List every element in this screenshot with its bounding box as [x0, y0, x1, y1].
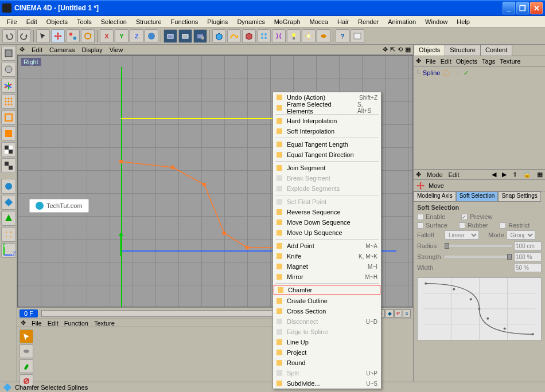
x-axis-button[interactable]: X — [100, 29, 114, 43]
ctx-move-up-sequence[interactable]: Move Up Sequence — [273, 228, 381, 238]
ctx-magnet[interactable]: MagnetM~I — [273, 261, 381, 272]
tool2-button[interactable] — [1, 195, 16, 210]
mat-nav-icon[interactable]: ✥ — [21, 319, 26, 327]
ctx-subdivide-[interactable]: Subdivide...U~S — [273, 378, 381, 389]
tab-content[interactable]: Content — [480, 45, 513, 56]
rotate-tool[interactable] — [81, 29, 95, 43]
mat-tool2[interactable] — [20, 344, 33, 358]
ctx-project[interactable]: Project — [273, 347, 381, 358]
vp-nav-icon[interactable]: ✥ — [20, 46, 25, 53]
tab-objects[interactable]: Objects — [414, 45, 445, 56]
ctx-create-outline[interactable]: Create Outline — [273, 296, 381, 306]
rubber-checkbox[interactable] — [459, 222, 465, 229]
ctx-round[interactable]: Round — [273, 358, 381, 368]
camera-button[interactable] — [317, 29, 330, 43]
attr-menu-edit[interactable]: Edit — [449, 171, 460, 178]
vp-menu-edit[interactable]: Edit — [32, 46, 42, 53]
falloff-select[interactable]: Linear — [445, 230, 479, 240]
obj-nav-icon[interactable]: ✥ — [416, 57, 421, 65]
ctx-soft-interpolation[interactable]: Soft Interpolation — [273, 126, 381, 136]
vp-rotate-icon[interactable]: ⟲ — [398, 46, 403, 53]
tree-item-spline[interactable]: └ Spline : ✓ — [416, 69, 543, 77]
nurbs-button[interactable] — [242, 29, 256, 43]
ctx-add-point[interactable]: Add PointM~A — [273, 241, 381, 251]
surface-checkbox[interactable] — [417, 222, 423, 229]
tool1-button[interactable] — [1, 179, 16, 194]
mat-menu-texture[interactable]: Texture — [94, 320, 115, 327]
menu-selection[interactable]: Selection — [96, 17, 131, 26]
menu-edit[interactable]: Edit — [22, 17, 42, 26]
falloff-graph[interactable] — [417, 277, 542, 340]
preview-checkbox[interactable] — [461, 214, 468, 220]
scene-button[interactable] — [287, 29, 301, 43]
undo-button[interactable] — [2, 29, 16, 43]
menu-mograph[interactable]: MoGraph — [270, 17, 305, 26]
key-p-button[interactable]: P — [394, 309, 402, 317]
y-axis-button[interactable]: Y — [115, 29, 129, 43]
make-editable-button[interactable] — [1, 46, 16, 61]
attr-lock-icon[interactable]: 🔒 — [523, 171, 531, 178]
close-button[interactable]: ✕ — [530, 2, 543, 14]
menu-render[interactable]: Render — [353, 17, 383, 26]
attr-nav-back[interactable]: ◀ — [492, 171, 496, 178]
atab-modeling-axis[interactable]: Modeling Axis — [414, 191, 456, 202]
mat-menu-file[interactable]: File — [32, 320, 42, 327]
obj-menu-tags[interactable]: Tags — [482, 58, 495, 65]
menu-dynamics[interactable]: Dynamics — [232, 17, 269, 26]
render-picture-button[interactable] — [178, 29, 192, 43]
object-tree[interactable]: └ Spline : ✓ — [414, 66, 545, 170]
ctx-join-segment[interactable]: Join Segment — [273, 163, 381, 173]
obj-menu-texture[interactable]: Texture — [500, 58, 520, 65]
atab-snap-settings[interactable]: Snap Settings — [498, 191, 540, 202]
attr-menu-icon[interactable]: ▦ — [537, 171, 543, 178]
ctx-reverse-sequence[interactable]: Reverse Sequence — [273, 207, 381, 217]
obj-menu-edit[interactable]: Edit — [441, 58, 451, 65]
vp-pan-icon[interactable]: ✥ — [383, 46, 388, 53]
timeline-slider[interactable] — [41, 310, 292, 317]
tab-structure[interactable]: Structure — [445, 45, 481, 56]
menu-hair[interactable]: Hair — [333, 17, 353, 26]
ctx-mirror[interactable]: MirrorM~H — [273, 272, 381, 282]
vp-zoom-icon[interactable]: ⇱ — [390, 46, 395, 53]
tool4-button[interactable] — [1, 227, 16, 242]
visibility-dot[interactable]: ✓ — [464, 69, 469, 77]
atab-soft-selection[interactable]: Soft Selection — [456, 191, 499, 202]
menu-objects[interactable]: Objects — [42, 17, 72, 26]
tool3-button[interactable] — [1, 211, 16, 226]
z-axis-button[interactable]: Z — [130, 29, 143, 43]
ctx-cross-section[interactable]: Cross Section — [273, 306, 381, 316]
edge-mode-button[interactable] — [1, 110, 16, 125]
mat-tool3[interactable] — [20, 359, 33, 373]
menu-plugins[interactable]: Plugins — [203, 17, 232, 26]
attr-up-icon[interactable]: ⇧ — [512, 171, 517, 178]
obj-menu-file[interactable]: File — [426, 58, 436, 65]
content-browser-button[interactable] — [351, 29, 364, 43]
render-view-button[interactable] — [164, 29, 177, 43]
axis-mode-button[interactable] — [1, 78, 16, 93]
mode-select[interactable]: Group — [507, 230, 535, 240]
maximize-button[interactable]: ❐ — [516, 2, 529, 14]
coord-system-button[interactable] — [145, 29, 158, 43]
model-mode-button[interactable] — [1, 62, 16, 77]
move-tool[interactable] — [51, 29, 65, 43]
mat-tool1[interactable] — [20, 330, 33, 343]
attr-menu-mode[interactable]: Mode — [427, 171, 443, 178]
ctx-move-down-sequence[interactable]: Move Down Sequence — [273, 217, 381, 228]
ctx-knife[interactable]: KnifeK, M~K — [273, 251, 381, 261]
workplane-button[interactable] — [1, 158, 16, 173]
menu-tools[interactable]: Tools — [72, 17, 96, 26]
ctx-chamfer[interactable]: Chamfer — [274, 285, 380, 295]
radius-input[interactable] — [514, 241, 542, 250]
vp-menu-cameras[interactable]: Cameras — [49, 46, 75, 53]
select-tool[interactable] — [36, 29, 50, 43]
ctx-hard-interpolation[interactable]: Hard Interpolation — [273, 116, 381, 126]
attr-nav-icon[interactable]: ✥ — [416, 171, 421, 178]
mat-menu-edit[interactable]: Edit — [48, 320, 59, 327]
mat-menu-function[interactable]: Function — [64, 320, 88, 327]
cube-primitive-button[interactable] — [212, 29, 226, 43]
ctx-frame-selected-elements[interactable]: Frame Selected ElementsS, Alt+S — [273, 103, 381, 113]
ctx-equal-tangent-length[interactable]: Equal Tangent Length — [273, 139, 381, 150]
width-input[interactable] — [514, 263, 542, 272]
vp-layout-icon[interactable]: ▦ — [405, 46, 411, 53]
strength-input[interactable] — [514, 252, 542, 261]
